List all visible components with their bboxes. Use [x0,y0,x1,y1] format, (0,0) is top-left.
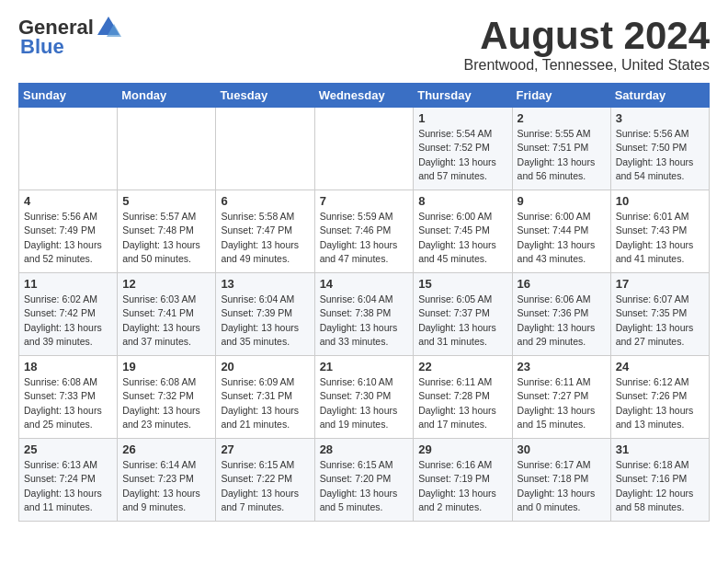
day-detail: Sunrise: 6:10 AMSunset: 7:30 PMDaylight:… [320,375,409,431]
calendar-day-27: 27Sunrise: 6:15 AMSunset: 7:22 PMDayligh… [216,439,314,522]
calendar-day-2: 2Sunrise: 5:55 AMSunset: 7:51 PMDaylight… [512,108,610,190]
logo-icon [96,15,121,40]
day-detail: Sunrise: 5:55 AMSunset: 7:51 PMDaylight:… [518,127,606,183]
day-detail: Sunrise: 5:56 AMSunset: 7:50 PMDaylight:… [616,127,704,183]
day-number: 29 [418,442,506,456]
calendar-day-15: 15Sunrise: 6:05 AMSunset: 7:37 PMDayligh… [414,273,512,356]
day-detail: Sunrise: 5:58 AMSunset: 7:47 PMDaylight:… [221,210,309,266]
day-detail: Sunrise: 6:01 AMSunset: 7:43 PMDaylight:… [616,210,704,266]
day-detail: Sunrise: 6:04 AMSunset: 7:39 PMDaylight:… [221,293,309,349]
day-number: 15 [418,277,506,291]
day-number: 16 [518,277,606,291]
day-detail: Sunrise: 6:15 AMSunset: 7:22 PMDaylight:… [221,458,309,514]
weekday-header-tuesday: Tuesday [216,84,314,108]
calendar-table: SundayMondayTuesdayWednesdayThursdayFrid… [18,83,710,522]
day-detail: Sunrise: 6:11 AMSunset: 7:27 PMDaylight:… [518,375,606,431]
calendar-week-row: 4Sunrise: 5:56 AMSunset: 7:49 PMDaylight… [19,190,710,273]
day-number: 14 [320,277,409,291]
weekday-header-monday: Monday [118,84,216,108]
day-number: 25 [24,442,112,456]
calendar-day-empty [314,108,414,190]
day-number: 8 [418,194,506,208]
day-number: 5 [122,194,210,208]
day-detail: Sunrise: 6:12 AMSunset: 7:26 PMDaylight:… [616,375,704,431]
calendar-day-13: 13Sunrise: 6:04 AMSunset: 7:39 PMDayligh… [216,273,314,356]
calendar-day-5: 5Sunrise: 5:57 AMSunset: 7:48 PMDaylight… [118,190,216,273]
day-detail: Sunrise: 6:13 AMSunset: 7:24 PMDaylight:… [24,458,112,514]
day-detail: Sunrise: 6:04 AMSunset: 7:38 PMDaylight:… [320,293,409,349]
calendar-week-row: 1Sunrise: 5:54 AMSunset: 7:52 PMDaylight… [19,108,710,190]
day-number: 19 [122,360,210,373]
day-number: 17 [616,277,704,291]
day-detail: Sunrise: 6:18 AMSunset: 7:16 PMDaylight:… [616,458,704,514]
calendar-day-16: 16Sunrise: 6:06 AMSunset: 7:36 PMDayligh… [512,273,610,356]
day-detail: Sunrise: 6:02 AMSunset: 7:42 PMDaylight:… [24,293,112,349]
day-detail: Sunrise: 5:56 AMSunset: 7:49 PMDaylight:… [24,210,112,266]
calendar-day-empty [19,108,118,190]
calendar-day-22: 22Sunrise: 6:11 AMSunset: 7:28 PMDayligh… [414,356,512,439]
day-number: 31 [616,442,704,456]
calendar-day-23: 23Sunrise: 6:11 AMSunset: 7:27 PMDayligh… [512,356,610,439]
day-number: 28 [320,442,409,456]
weekday-header-thursday: Thursday [414,84,512,108]
calendar-day-9: 9Sunrise: 6:00 AMSunset: 7:44 PMDaylight… [512,190,610,273]
day-detail: Sunrise: 6:15 AMSunset: 7:20 PMDaylight:… [320,458,409,514]
day-number: 10 [616,194,704,208]
day-detail: Sunrise: 5:59 AMSunset: 7:46 PMDaylight:… [320,210,409,266]
weekday-header-wednesday: Wednesday [314,84,414,108]
weekday-header-sunday: Sunday [19,84,118,108]
calendar-day-7: 7Sunrise: 5:59 AMSunset: 7:46 PMDaylight… [314,190,414,273]
day-detail: Sunrise: 6:07 AMSunset: 7:35 PMDaylight:… [616,293,704,349]
calendar-day-31: 31Sunrise: 6:18 AMSunset: 7:16 PMDayligh… [610,439,709,522]
day-detail: Sunrise: 6:00 AMSunset: 7:45 PMDaylight:… [418,210,506,266]
title-block: August 2024 Brentwood, Tennessee, United… [464,15,710,74]
day-detail: Sunrise: 6:00 AMSunset: 7:44 PMDaylight:… [518,210,606,266]
day-number: 22 [418,360,506,373]
calendar-day-18: 18Sunrise: 6:08 AMSunset: 7:33 PMDayligh… [19,356,118,439]
calendar-title: August 2024 [464,15,710,57]
day-number: 27 [221,442,309,456]
day-number: 6 [221,194,309,208]
calendar-day-empty [216,108,314,190]
day-detail: Sunrise: 5:54 AMSunset: 7:52 PMDaylight:… [418,127,506,183]
logo-blue-text: Blue [20,35,64,59]
calendar-day-20: 20Sunrise: 6:09 AMSunset: 7:31 PMDayligh… [216,356,314,439]
day-number: 11 [24,277,112,291]
calendar-day-19: 19Sunrise: 6:08 AMSunset: 7:32 PMDayligh… [118,356,216,439]
calendar-day-10: 10Sunrise: 6:01 AMSunset: 7:43 PMDayligh… [610,190,709,273]
calendar-day-21: 21Sunrise: 6:10 AMSunset: 7:30 PMDayligh… [314,356,414,439]
calendar-week-row: 11Sunrise: 6:02 AMSunset: 7:42 PMDayligh… [19,273,710,356]
day-detail: Sunrise: 6:06 AMSunset: 7:36 PMDaylight:… [518,293,606,349]
calendar-day-28: 28Sunrise: 6:15 AMSunset: 7:20 PMDayligh… [314,439,414,522]
day-number: 18 [24,360,112,373]
calendar-week-row: 25Sunrise: 6:13 AMSunset: 7:24 PMDayligh… [19,439,710,522]
calendar-day-25: 25Sunrise: 6:13 AMSunset: 7:24 PMDayligh… [19,439,118,522]
day-detail: Sunrise: 5:57 AMSunset: 7:48 PMDaylight:… [122,210,210,266]
calendar-day-11: 11Sunrise: 6:02 AMSunset: 7:42 PMDayligh… [19,273,118,356]
calendar-day-empty [118,108,216,190]
weekday-header-friday: Friday [512,84,610,108]
calendar-day-4: 4Sunrise: 5:56 AMSunset: 7:49 PMDaylight… [19,190,118,273]
day-number: 7 [320,194,409,208]
calendar-day-3: 3Sunrise: 5:56 AMSunset: 7:50 PMDaylight… [610,108,709,190]
calendar-day-14: 14Sunrise: 6:04 AMSunset: 7:38 PMDayligh… [314,273,414,356]
day-detail: Sunrise: 6:17 AMSunset: 7:18 PMDaylight:… [518,458,606,514]
day-detail: Sunrise: 6:16 AMSunset: 7:19 PMDaylight:… [418,458,506,514]
weekday-header-row: SundayMondayTuesdayWednesdayThursdayFrid… [19,84,710,108]
calendar-day-6: 6Sunrise: 5:58 AMSunset: 7:47 PMDaylight… [216,190,314,273]
calendar-day-17: 17Sunrise: 6:07 AMSunset: 7:35 PMDayligh… [610,273,709,356]
day-number: 9 [518,194,606,208]
day-detail: Sunrise: 6:03 AMSunset: 7:41 PMDaylight:… [122,293,210,349]
day-number: 3 [616,111,704,125]
calendar-day-24: 24Sunrise: 6:12 AMSunset: 7:26 PMDayligh… [610,356,709,439]
day-detail: Sunrise: 6:14 AMSunset: 7:23 PMDaylight:… [122,458,210,514]
day-number: 1 [418,111,506,125]
day-number: 12 [122,277,210,291]
day-number: 30 [518,442,606,456]
calendar-day-29: 29Sunrise: 6:16 AMSunset: 7:19 PMDayligh… [414,439,512,522]
day-number: 20 [221,360,309,373]
day-detail: Sunrise: 6:08 AMSunset: 7:32 PMDaylight:… [122,375,210,431]
day-number: 21 [320,360,409,373]
weekday-header-saturday: Saturday [610,84,709,108]
calendar-week-row: 18Sunrise: 6:08 AMSunset: 7:33 PMDayligh… [19,356,710,439]
